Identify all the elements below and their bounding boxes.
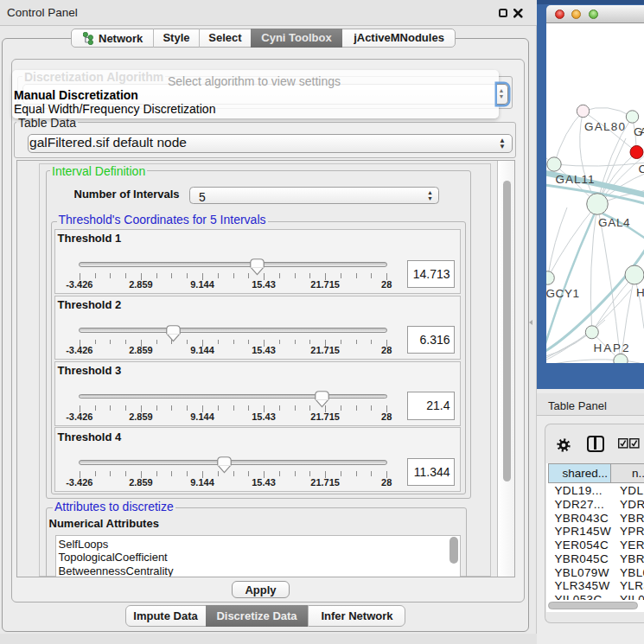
svg-text:CR: CR (639, 163, 644, 175)
svg-text:HAP2: HAP2 (594, 341, 629, 354)
svg-text:GA: GA (634, 125, 644, 138)
svg-text:GAL11: GAL11 (556, 173, 595, 186)
svg-text:H: H (636, 286, 644, 299)
svg-text:GAL4: GAL4 (598, 216, 630, 229)
svg-text:GAL80: GAL80 (584, 120, 625, 133)
svg-text:GCY1: GCY1 (546, 287, 579, 300)
